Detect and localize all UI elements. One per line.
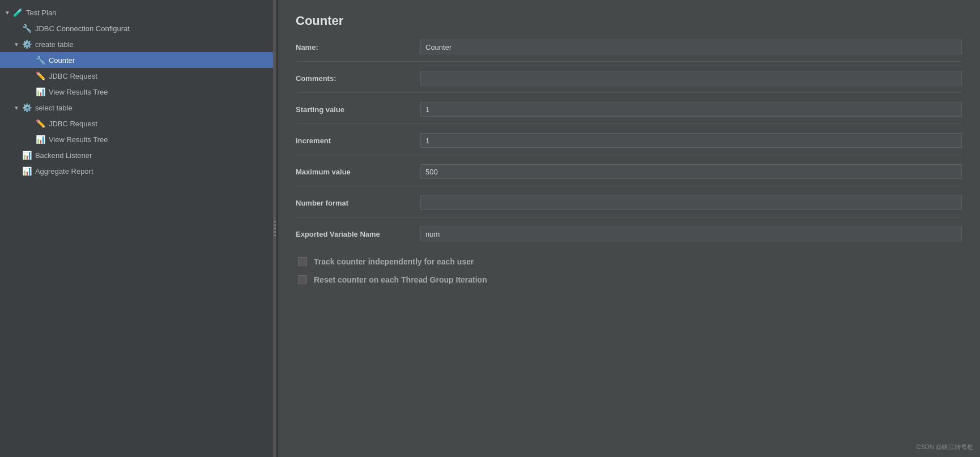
name-label: Name: (296, 43, 420, 52)
tree-item-jdbc-request-2[interactable]: ▼ ✏️ JDBC Request (0, 116, 276, 131)
tree-label-jdbc-request-1: JDBC Request (49, 72, 97, 80)
reset-counter-row: Reset counter on each Thread Group Itera… (296, 275, 962, 284)
tree-label-backend-listener: Backend Listener (35, 151, 92, 160)
divider-1 (296, 61, 962, 62)
tree-label-view-results-1: View Results Tree (49, 88, 108, 96)
flask-icon: 🧪 (12, 7, 24, 18)
tree-item-view-results-2[interactable]: ▼ 📊 View Results Tree (0, 131, 276, 147)
wrench-icon-counter: 🔧 (35, 54, 46, 66)
chart-icon-1: 📊 (35, 86, 46, 97)
tree-item-create-table[interactable]: ▼ ⚙️ create table (0, 36, 276, 52)
toggle-select-table: ▼ (14, 105, 19, 111)
chart-icon-aggregate: 📊 (22, 165, 33, 177)
track-counter-checkbox[interactable] (298, 257, 307, 266)
tree-item-view-results-1[interactable]: ▼ 📊 View Results Tree (0, 84, 276, 100)
divider-6 (296, 217, 962, 217)
tree-item-aggregate-report[interactable]: ▼ 📊 Aggregate Report (0, 163, 276, 179)
tree-label-jdbc-connection: JDBC Connection Configurat (35, 24, 130, 33)
maximum-value-row: Maximum value (296, 164, 962, 179)
watermark: CSDN @峡江转弯处 (917, 443, 973, 451)
tree-label-create-table: create table (35, 40, 74, 49)
toggle-create-table: ▼ (14, 41, 19, 48)
tree-item-backend-listener[interactable]: ▼ 📊 Backend Listener (0, 147, 276, 163)
tree-label-counter: Counter (49, 56, 75, 65)
divider-3 (296, 123, 962, 124)
resize-handle[interactable] (273, 0, 276, 457)
comments-input[interactable] (420, 71, 962, 86)
reset-counter-label: Reset counter on each Thread Group Itera… (314, 275, 487, 284)
tree-item-counter[interactable]: ▼ 🔧 Counter (0, 52, 276, 68)
tree-label-jdbc-request-2: JDBC Request (49, 119, 97, 128)
tree-label-aggregate-report: Aggregate Report (35, 167, 93, 176)
tree-label-select-table: select table (35, 104, 73, 112)
divider-2 (296, 92, 962, 93)
tree-item-jdbc-connection[interactable]: ▼ 🔧 JDBC Connection Configurat (0, 20, 276, 36)
maximum-value-label: Maximum value (296, 168, 420, 176)
track-counter-row: Track counter independently for each use… (296, 257, 962, 266)
starting-value-row: Starting value (296, 102, 962, 117)
number-format-row: Number format (296, 195, 962, 210)
divider-4 (296, 155, 962, 155)
right-panel: Counter Name: Comments: Starting value I… (278, 0, 980, 457)
exported-variable-label: Exported Variable Name (296, 230, 420, 238)
toggle-test-plan: ▼ (5, 10, 10, 16)
exported-variable-input[interactable] (420, 227, 962, 241)
pencil-icon-2: ✏️ (35, 118, 46, 129)
exported-variable-row: Exported Variable Name (296, 227, 962, 241)
comments-row: Comments: (296, 71, 962, 86)
tree-item-select-table[interactable]: ▼ ⚙️ select table (0, 100, 276, 116)
pencil-icon-1: ✏️ (35, 70, 46, 82)
increment-row: Increment (296, 133, 962, 148)
wrench-icon-jdbc: 🔧 (22, 23, 33, 34)
tree-item-jdbc-request-1[interactable]: ▼ ✏️ JDBC Request (0, 68, 276, 84)
increment-input[interactable] (420, 133, 962, 148)
resize-dots (274, 221, 276, 236)
name-input[interactable] (420, 40, 962, 54)
number-format-input[interactable] (420, 195, 962, 210)
spacer (296, 248, 962, 257)
tree-item-test-plan[interactable]: ▼ 🧪 Test Plan (0, 5, 276, 20)
chart-icon-2: 📊 (35, 134, 46, 145)
maximum-value-input[interactable] (420, 164, 962, 179)
number-format-label: Number format (296, 199, 420, 207)
divider-5 (296, 186, 962, 186)
chart-icon-backend: 📊 (22, 150, 33, 161)
name-row: Name: (296, 40, 962, 54)
gear-icon-select: ⚙️ (22, 102, 33, 113)
left-panel: ▼ 🧪 Test Plan ▼ 🔧 JDBC Connection Config… (0, 0, 278, 457)
tree-label-test-plan: Test Plan (26, 8, 56, 17)
increment-label: Increment (296, 136, 420, 145)
starting-value-label: Starting value (296, 105, 420, 114)
track-counter-label: Track counter independently for each use… (314, 257, 474, 266)
starting-value-input[interactable] (420, 102, 962, 117)
reset-counter-checkbox[interactable] (298, 275, 307, 284)
comments-label: Comments: (296, 74, 420, 83)
tree-label-view-results-2: View Results Tree (49, 135, 108, 144)
gear-icon-create: ⚙️ (22, 39, 33, 50)
panel-title: Counter (296, 14, 962, 28)
